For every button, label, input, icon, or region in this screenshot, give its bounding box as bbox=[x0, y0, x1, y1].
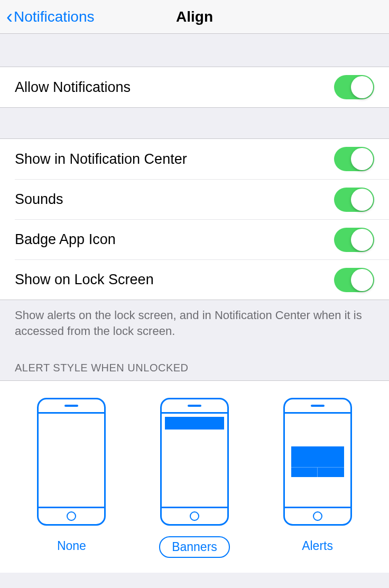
home-button-icon bbox=[313, 511, 322, 521]
phone-icon-alerts bbox=[283, 398, 352, 526]
toggle-knob bbox=[351, 269, 373, 291]
section-spacer bbox=[0, 108, 389, 138]
back-button[interactable]: ‹ Notifications bbox=[0, 7, 95, 26]
phone-screen bbox=[285, 412, 350, 508]
toggle-knob bbox=[351, 148, 373, 170]
allow-notifications-group: Allow Notifications bbox=[0, 67, 389, 108]
phone-top bbox=[39, 399, 104, 412]
back-label: Notifications bbox=[14, 8, 95, 25]
phone-speaker-icon bbox=[311, 405, 325, 407]
alert-option-label-banners: Banners bbox=[159, 536, 230, 558]
allow-notifications-row: Allow Notifications bbox=[0, 67, 389, 107]
notification-options-group: Show in Notification Center Sounds Badge… bbox=[0, 138, 389, 300]
notification-center-label: Show in Notification Center bbox=[15, 151, 187, 167]
alert-style-panel: None Banners bbox=[0, 380, 389, 573]
phone-speaker-icon bbox=[188, 405, 201, 407]
phone-bottom bbox=[39, 508, 104, 524]
phone-bottom bbox=[285, 508, 350, 524]
allow-notifications-toggle[interactable] bbox=[334, 75, 374, 99]
toggle-knob bbox=[351, 76, 373, 98]
alert-style-options: None Banners bbox=[0, 398, 389, 558]
lock-screen-toggle[interactable] bbox=[334, 268, 374, 292]
phone-icon-none bbox=[37, 398, 106, 526]
page-title: Align bbox=[176, 8, 213, 25]
alert-option-banners[interactable]: Banners bbox=[159, 398, 230, 558]
phone-screen bbox=[39, 412, 104, 508]
navigation-bar: ‹ Notifications Align bbox=[0, 0, 389, 34]
badge-toggle[interactable] bbox=[334, 228, 374, 252]
lock-screen-row: Show on Lock Screen bbox=[15, 259, 389, 300]
lock-screen-footer: Show alerts on the lock screen, and in N… bbox=[0, 300, 389, 339]
notification-center-row: Show in Notification Center bbox=[0, 139, 389, 179]
phone-top bbox=[162, 399, 227, 412]
badge-label: Badge App Icon bbox=[15, 231, 116, 248]
toggle-knob bbox=[351, 189, 373, 211]
sounds-label: Sounds bbox=[15, 191, 63, 208]
sounds-row: Sounds bbox=[15, 179, 389, 219]
section-spacer bbox=[0, 34, 389, 67]
home-button-icon bbox=[190, 511, 199, 521]
alert-option-none[interactable]: None bbox=[37, 398, 106, 558]
alert-style-header: ALERT STYLE WHEN UNLOCKED bbox=[0, 339, 389, 380]
alert-option-label-alerts: Alerts bbox=[290, 536, 345, 556]
chevron-left-icon: ‹ bbox=[6, 7, 13, 26]
badge-row: Badge App Icon bbox=[15, 219, 389, 259]
lock-screen-label: Show on Lock Screen bbox=[15, 272, 154, 288]
alert-preview-icon bbox=[291, 446, 344, 477]
phone-speaker-icon bbox=[64, 405, 78, 407]
notification-center-toggle[interactable] bbox=[334, 147, 374, 171]
alert-option-label-none: None bbox=[45, 536, 98, 556]
alert-option-alerts[interactable]: Alerts bbox=[283, 398, 352, 558]
phone-icon-banners bbox=[160, 398, 229, 526]
phone-top bbox=[285, 399, 350, 412]
home-button-icon bbox=[67, 511, 76, 521]
sounds-toggle[interactable] bbox=[334, 188, 374, 212]
allow-notifications-label: Allow Notifications bbox=[15, 79, 131, 96]
toggle-knob bbox=[351, 229, 373, 251]
banner-preview-icon bbox=[165, 417, 224, 430]
phone-bottom bbox=[162, 508, 227, 524]
phone-screen bbox=[162, 412, 227, 508]
